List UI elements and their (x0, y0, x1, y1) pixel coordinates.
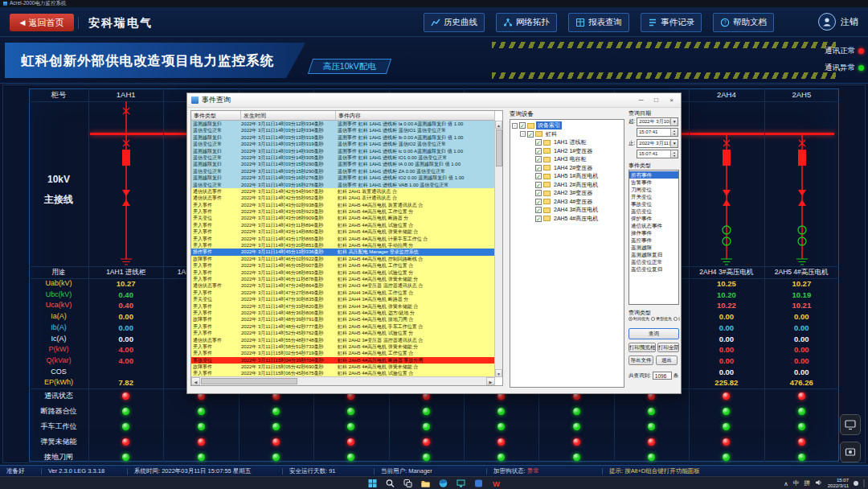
event-row[interactable]: 开关变位2022年 3月11日14时43分08秒909毫秒虹科 2AH5 4#高… (191, 215, 495, 221)
event-row[interactable]: 开入事件2022年 3月11日14时43分20秒851毫秒虹科 2AH5 4#高… (191, 242, 495, 249)
event-row[interactable]: 开入事件2022年 3月11日14时46分05秒907毫秒虹科 2AH5 4#高… (191, 262, 495, 269)
event-row[interactable]: 遥测越限复归2022年 3月11日14时03分13秒319毫秒遥测事件 虹科 1… (191, 134, 495, 141)
event-type-option[interactable]: 保护事件 (629, 215, 678, 222)
query-button[interactable]: 查询 (628, 328, 679, 339)
ime-language-indicator[interactable]: 中 (793, 479, 800, 487)
back-home-button[interactable]: ◀ 返回首页 (10, 14, 74, 31)
volume-icon[interactable] (815, 479, 823, 488)
checkbox-checked-icon[interactable]: ✓ (535, 207, 542, 213)
event-type-option[interactable]: 遥测越限复归 (629, 251, 678, 258)
to-date-select[interactable]: 2022年 3月11日▼ (637, 139, 678, 148)
event-type-option[interactable]: 通信状态事件 (629, 222, 678, 229)
event-type-option[interactable]: 开关变位 (629, 193, 678, 200)
event-row[interactable]: 遥测越限复归2022年 3月11日14时03分16秒276毫秒遥测事件 虹科 1… (191, 175, 495, 181)
taskbar-clock[interactable]: 15:07 2022/3/11 (828, 478, 849, 489)
checkbox-checked-icon[interactable]: ✓ (535, 216, 542, 222)
event-row[interactable]: 通信状态事件2022年 3月11日14时42分54秒967毫秒虹科 2AH1 装… (191, 188, 495, 195)
help-doc-button[interactable]: ?帮助文档 (713, 13, 774, 32)
floating-tool-button-toolbox[interactable] (840, 442, 861, 462)
edge-icon[interactable] (438, 479, 448, 489)
search-icon[interactable] (385, 479, 395, 489)
event-type-option[interactable]: 刀闸变位 (629, 186, 678, 193)
wps-icon[interactable]: W (491, 479, 502, 489)
start-icon[interactable] (367, 479, 378, 489)
expand-icon[interactable]: - (512, 123, 518, 129)
event-record-button[interactable]: 事件记录 (641, 13, 702, 32)
event-row[interactable]: 开入事件2022年 3月11日14时48分36秒806毫秒虹科 2AH5 4#高… (191, 310, 495, 316)
scroll-up-icon[interactable]: ▲ (495, 121, 502, 129)
monitor-app-icon[interactable] (456, 479, 466, 489)
event-row[interactable]: 开入事件2022年 3月11日14时43分14秒880毫秒虹科 2AH5 4#高… (191, 228, 495, 235)
tree-node[interactable]: -✓2AH4 3#高压电机 (510, 206, 624, 215)
event-row[interactable]: 通信状态事件2022年 3月11日14时42分55秒952毫秒虹科 2AH1 表… (191, 195, 495, 201)
event-row[interactable]: 遥信变位正常2022年 3月11日14时03分12秒334毫秒遥信事件 虹科 1… (191, 127, 495, 134)
checkbox-checked-icon[interactable]: ✓ (519, 122, 526, 129)
checkbox-checked-icon[interactable]: ✓ (535, 165, 542, 171)
dialog-titlebar[interactable]: 事件查询 ─ □ × (187, 93, 681, 108)
ime-mode-indicator[interactable]: 拼 (804, 479, 810, 487)
show-desktop-strip[interactable] (863, 479, 865, 487)
event-table-header-cell[interactable]: 事件内容 (336, 111, 495, 121)
tree-node[interactable]: -✓2AH1 2#高压电机 (510, 181, 624, 190)
scroll-right-icon[interactable]: ▶ (486, 377, 495, 385)
checkbox-checked-icon[interactable]: ✓ (535, 182, 542, 188)
event-row[interactable]: 通信状态事件2022年 3月11日14时47分24秒864毫秒虹科 2AH3 4… (191, 282, 495, 289)
event-row[interactable]: 开关变位2022年 3月11日14时47分30秒835毫秒虹科 2AH4 3#高… (191, 296, 495, 302)
event-type-option[interactable]: 遥信变位正常 (629, 258, 678, 265)
event-table-header-cell[interactable]: 发生时间 (241, 111, 336, 121)
event-type-option[interactable]: 操作事件 (629, 229, 678, 236)
tree-node[interactable]: -✓设备索引 (510, 121, 624, 130)
checkbox-checked-icon[interactable]: ✓ (535, 199, 542, 205)
query-mode-radio[interactable]: 设备优先 (674, 316, 680, 321)
event-row[interactable]: 遥测越限复归2022年 3月11日14时03分15秒290毫秒遥测事件 虹科 1… (191, 161, 495, 167)
event-type-option[interactable]: 事故变位 (629, 200, 678, 208)
event-row[interactable]: 遥测越限复归2022年 3月11日14时03分14秒305毫秒遥测事件 虹科 1… (191, 148, 495, 154)
event-row[interactable]: 故障事件2022年 3月11日14时48分39秒791毫秒虹科 2AH5 4#高… (191, 316, 495, 323)
history-curve-button[interactable]: 历史曲线 (424, 13, 485, 32)
tree-node[interactable]: -✓1AH4 2#变压器 (510, 164, 624, 173)
event-row[interactable]: 开入事件2022年 3月11日14时47分33秒820毫秒虹科 2AH4 3#高… (191, 303, 495, 310)
notification-icon[interactable] (854, 481, 858, 486)
event-row[interactable]: 开入事件2022年 3月11日14时58分51秒733毫秒虹科 2AH5 4#高… (191, 343, 495, 350)
tree-node[interactable]: -✓1AH1 进线柜 (510, 138, 624, 147)
vertical-scrollbar[interactable]: ▲ ▼ (494, 121, 502, 377)
to-time-input[interactable]: 15:07:41▲▼ (637, 150, 678, 158)
event-row[interactable]: 开入事件2022年 3月11日14时43分02秒938毫秒虹科 2AH5 4#高… (191, 202, 495, 208)
file-explorer-icon[interactable] (420, 479, 431, 489)
network-topology-button[interactable]: 网络拓扑 (496, 13, 557, 32)
tree-node[interactable]: -✓2AH2 3#变压器 (510, 189, 624, 198)
print-all-button[interactable]: 打印全部 (657, 343, 679, 352)
from-time-input[interactable]: 15:07:41▲▼ (637, 128, 678, 137)
event-row[interactable]: 事故变位2022年 3月11日15时04分39秒704毫秒虹科 2AH5 4#高… (191, 357, 495, 364)
tree-node[interactable]: -✓虹科 (510, 130, 624, 139)
event-row[interactable]: 开入事件2022年 3月11日14时43分17秒865毫秒虹科 2AH5 4#高… (191, 236, 495, 242)
event-type-option[interactable]: 告警事件 (629, 179, 678, 186)
event-row[interactable]: 操作事件2022年 3月11日14时45分13秒336毫秒虹科 高压配电 Man… (191, 249, 495, 255)
logout-button[interactable]: 注销 (818, 13, 858, 31)
tab-hv-10kv[interactable]: 高压10kV配电 (308, 59, 391, 74)
scrollbar-thumb[interactable] (496, 129, 502, 166)
app-icon[interactable] (473, 479, 484, 489)
print-preview-button[interactable]: 打印预览框 (628, 343, 656, 352)
event-row[interactable]: 开入事件2022年 3月11日14时47分27秒849毫秒虹科 2AH4 3#高… (191, 290, 495, 296)
horizontal-scrollbar[interactable]: ◀ ▶ (191, 376, 495, 385)
event-row[interactable]: 遥信变位正常2022年 3月11日14时03分14秒305毫秒遥信事件 虹科 1… (191, 154, 495, 161)
checkbox-checked-icon[interactable]: ✓ (535, 190, 542, 196)
event-row[interactable]: 遥信变位正常2022年 3月11日14时03分15秒290毫秒遥信事件 虹科 1… (191, 168, 495, 175)
query-mode-radio[interactable]: 时间优先 (628, 316, 649, 321)
event-row[interactable]: 开入事件2022年 3月11日14时48分42秒777毫秒虹科 2AH5 4#高… (191, 323, 495, 330)
tree-node[interactable]: -✓2AH3 4#变压器 (510, 198, 624, 207)
event-row[interactable]: 开入事件2022年 3月11日15时02分54秒719毫秒虹科 2AH5 4#高… (191, 350, 495, 356)
checkbox-checked-icon[interactable]: ✓ (535, 173, 542, 179)
from-date-select[interactable]: 2022年 3月10日▼ (637, 117, 678, 126)
export-file-button[interactable]: 导出文件 (628, 355, 653, 365)
event-row[interactable]: 遥测越限复归2022年 3月11日14时03分12秒334毫秒遥测事件 虹科 1… (191, 121, 495, 127)
event-row[interactable]: 遥信变位正常2022年 3月11日14时03分13秒319毫秒遥信事件 虹科 1… (191, 141, 495, 147)
scrollbar-thumb[interactable] (201, 378, 297, 384)
exit-button[interactable]: 退出 (656, 355, 678, 365)
event-row[interactable]: 开入事件2022年 3月11日14时46分11秒878毫秒虹科 2AH5 4#高… (191, 276, 495, 282)
event-type-option[interactable]: 遥信变位复归 (629, 265, 678, 273)
report-query-button[interactable]: 报表查询 (568, 13, 629, 32)
floating-tool-button-screen[interactable] (840, 414, 861, 435)
checkbox-checked-icon[interactable]: ✓ (527, 131, 534, 138)
